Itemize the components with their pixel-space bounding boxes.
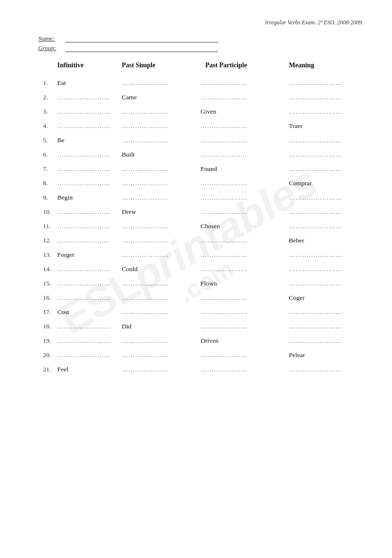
row-number: 3. <box>43 108 57 116</box>
cell-past-simple: ………………… <box>122 294 201 302</box>
cell-past-simple: ………………… <box>122 194 201 201</box>
table-row: 4. …………………… ………………… ………………… Traer <box>38 119 363 133</box>
table-row: 15. …………………… ………………… Flown …………………… <box>38 276 363 291</box>
cell-meaning: …………………… <box>289 251 360 259</box>
cell-infinitive: Forget <box>57 251 122 259</box>
cell-meaning: …………………… <box>289 137 360 144</box>
cell-infinitive: …………………… <box>57 165 122 173</box>
table-row: 11. …………………… ………………… Chosen …………………… <box>38 219 363 233</box>
cell-meaning: …………………… <box>289 194 360 201</box>
exam-title: Irregular Verbs Exam. 2º ESO. 2008-2009. <box>38 19 363 26</box>
cell-meaning: Beber <box>289 237 360 244</box>
table-row: 6. …………………… Built ………………… …………………… <box>38 147 363 162</box>
cell-meaning: …………………… <box>289 151 360 158</box>
table-row: 18. …………………… Did ………………… …………………… <box>38 319 363 334</box>
cell-meaning: Comprar <box>289 179 360 187</box>
row-number: 11. <box>43 222 57 230</box>
row-number: 8. <box>43 179 57 187</box>
row-number: 7. <box>43 165 57 173</box>
cell-past-participle: Driven <box>201 337 289 345</box>
cell-infinitive: …………………… <box>57 208 122 216</box>
row-number: 12. <box>43 237 57 244</box>
group-underline[interactable] <box>65 44 218 52</box>
cell-past-simple: Built <box>122 151 201 158</box>
cell-infinitive: …………………… <box>57 237 122 244</box>
cell-meaning: Pelear <box>289 351 360 359</box>
cell-past-participle: ………………… <box>201 151 289 158</box>
table-row: 21. Feel ………………… ………………… …………………… <box>38 362 363 377</box>
table-row: 3. …………………… ………………… Given …………………… <box>38 105 363 119</box>
cell-meaning: …………………… <box>289 308 360 316</box>
cell-meaning: …………………… <box>289 222 360 230</box>
cell-past-simple: ………………… <box>122 79 201 87</box>
cell-past-participle: ………………… <box>201 265 289 273</box>
group-label: Group: <box>38 44 64 52</box>
table-row: 17. Cost ………………… ………………… …………………… <box>38 305 363 319</box>
row-number: 21. <box>43 366 57 373</box>
cell-past-participle: ………………… <box>201 294 289 302</box>
table-row: 20. …………………… ………………… ………………… Pelear <box>38 348 363 362</box>
cell-infinitive: …………………… <box>57 179 122 187</box>
cell-meaning: …………………… <box>289 79 360 87</box>
row-number: 19. <box>43 337 57 345</box>
cell-past-participle: Chosen <box>201 222 289 230</box>
cell-infinitive: Be <box>57 137 122 144</box>
exam-title-text: Irregular Verbs Exam. 2º ESO. 2008-2009. <box>265 19 363 26</box>
row-number: 16. <box>43 294 57 302</box>
name-label: Name: <box>38 35 64 42</box>
table-row: 5. Be ………………… ………………… …………………… <box>38 133 363 147</box>
header-meaning: Meaning <box>289 62 360 69</box>
table-row: 12. …………………… ………………… ………………… Beber <box>38 233 363 248</box>
table-row: 16. …………………… ………………… ………………… Coger <box>38 291 363 305</box>
cell-infinitive: …………………… <box>57 294 122 302</box>
cell-past-simple: ………………… <box>122 179 201 187</box>
cell-past-participle: ………………… <box>201 251 289 259</box>
group-line: Group: <box>38 44 363 52</box>
header-past-participle: Past Participle <box>201 62 289 69</box>
cell-meaning: …………………… <box>289 108 360 116</box>
cell-past-participle: ………………… <box>201 179 289 187</box>
table-row: 14. …………………… Could ………………… …………………… <box>38 262 363 276</box>
cell-infinitive: Feel <box>57 366 122 373</box>
cell-past-simple: Could <box>122 265 201 273</box>
row-number: 9. <box>43 194 57 201</box>
name-underline[interactable] <box>65 35 218 42</box>
table-row: 8. …………………… ………………… ………………… Comprar <box>38 176 363 190</box>
cell-infinitive: Eat <box>57 79 122 87</box>
cell-meaning: …………………… <box>289 366 360 373</box>
table-row: 7. …………………… ………………… Found …………………… <box>38 162 363 176</box>
row-number: 5. <box>43 137 57 144</box>
cell-infinitive: …………………… <box>57 265 122 273</box>
cell-past-participle: ………………… <box>201 122 289 130</box>
cell-past-simple: ………………… <box>122 137 201 144</box>
header-past-simple: Past Simple <box>122 62 201 69</box>
row-number: 1. <box>43 79 57 87</box>
cell-infinitive: Cost <box>57 308 122 316</box>
column-headers: Infinitive Past Simple Past Participle M… <box>38 62 363 69</box>
cell-past-participle: ………………… <box>201 194 289 201</box>
cell-past-participle: ………………… <box>201 79 289 87</box>
name-line: Name: <box>38 35 363 42</box>
cell-past-simple: ………………… <box>122 280 201 287</box>
header-infinitive: Infinitive <box>43 62 122 69</box>
cell-infinitive: …………………… <box>57 122 122 130</box>
row-number: 13. <box>43 251 57 259</box>
row-number: 20. <box>43 351 57 359</box>
table-row: 2. …………………… Came ………………… …………………… <box>38 90 363 105</box>
cell-past-simple: ………………… <box>122 351 201 359</box>
cell-past-simple: ………………… <box>122 165 201 173</box>
row-number: 15. <box>43 280 57 287</box>
cell-past-participle: ………………… <box>201 308 289 316</box>
cell-past-simple: ………………… <box>122 122 201 130</box>
cell-infinitive: …………………… <box>57 94 122 101</box>
table-row: 1. Eat ………………… ………………… …………………… <box>38 76 363 90</box>
cell-past-participle: ………………… <box>201 323 289 330</box>
cell-meaning: …………………… <box>289 208 360 216</box>
cell-meaning: Traer <box>289 122 360 130</box>
cell-past-participle: Found <box>201 165 289 173</box>
cell-past-participle: ………………… <box>201 366 289 373</box>
cell-infinitive: …………………… <box>57 280 122 287</box>
row-number: 4. <box>43 122 57 130</box>
cell-infinitive: …………………… <box>57 323 122 330</box>
cell-infinitive: …………………… <box>57 351 122 359</box>
